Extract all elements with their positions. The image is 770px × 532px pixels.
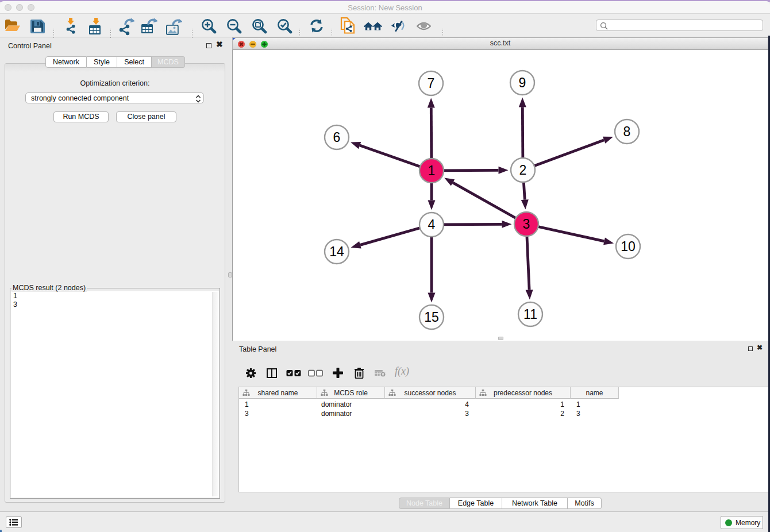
svg-text:15: 15 — [424, 310, 439, 325]
svg-text:9: 9 — [519, 75, 526, 90]
svg-text:6: 6 — [333, 130, 341, 145]
svg-text:10: 10 — [621, 239, 636, 254]
svg-text:2: 2 — [519, 163, 527, 178]
svg-text:7: 7 — [428, 76, 435, 91]
svg-text:14: 14 — [329, 244, 344, 259]
svg-text:3: 3 — [523, 217, 530, 232]
svg-text:1: 1 — [428, 163, 436, 178]
svg-text:11: 11 — [523, 307, 537, 322]
svg-text:8: 8 — [623, 124, 631, 139]
svg-text:4: 4 — [428, 217, 436, 232]
